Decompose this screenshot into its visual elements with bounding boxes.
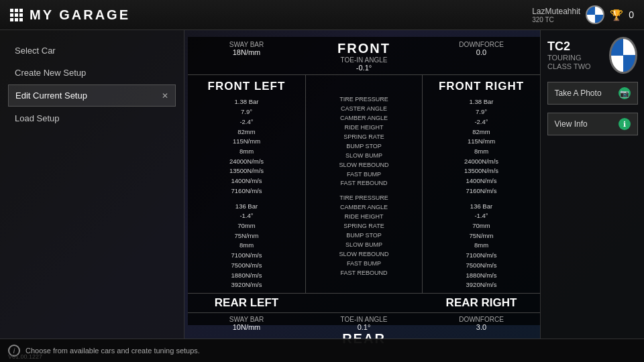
rear-center-label-4: BUMP STOP — [307, 231, 421, 241]
front-right-title: FRONT RIGHT — [424, 78, 539, 95]
front-title: FRONT — [305, 41, 423, 56]
fr-stat-4: 115N/mm — [424, 137, 539, 147]
center-labels-col: TIRE PRESSURE CASTER ANGLE CAMBER ANGLE … — [305, 75, 423, 293]
rear-toe-label: TOE-IN ANGLE — [305, 316, 423, 323]
rl-stat-5: 7100N/m/s — [189, 251, 304, 261]
fr-stat-5: 8mm — [424, 147, 539, 157]
rear-toe-value: 0.1° — [305, 323, 423, 331]
fl-stat-4: 115N/mm — [189, 137, 304, 147]
rl-stat-3: 75N/mm — [189, 231, 304, 241]
rear-center-label-7: FAST BUMP — [307, 259, 421, 269]
version-label: V01.00.1227 — [8, 353, 42, 360]
rr-stat-5: 7100N/m/s — [424, 251, 539, 261]
fl-stat-7: 13500N/m/s — [189, 166, 304, 176]
setup-main: SWAY BAR 18N/mm FRONT TOE-IN ANGLE -0.1°… — [188, 37, 540, 325]
front-right-col: FRONT RIGHT 1.38 Bar 7.9° -2.4° 82mm 115… — [423, 75, 540, 293]
setup-panel: SWAY BAR 18N/mm FRONT TOE-IN ANGLE -0.1°… — [188, 37, 540, 325]
user-info: LazMuteahhit 320 TC — [532, 7, 580, 23]
center-label-6: SLOW BUMP — [307, 152, 421, 161]
score: 0 — [629, 9, 634, 20]
sidebar-item-load-setup[interactable]: Load Setup — [8, 108, 176, 129]
fr-stat-0: 1.38 Bar — [424, 97, 539, 107]
rr-stat-4: 8mm — [424, 241, 539, 251]
rr-stat-6: 7500N/m/s — [424, 261, 539, 271]
fl-stat-2: -2.4° — [189, 117, 304, 127]
center-label-3: RIDE HEIGHT — [307, 123, 421, 133]
take-photo-label: Take A Photo — [555, 88, 602, 98]
front-downforce: DOWNFORCE 0.0 — [423, 41, 540, 72]
fl-stat-5: 8mm — [189, 147, 304, 157]
middle-section: FRONT LEFT 1.38 Bar 7.9° -2.4° 82mm 115N… — [188, 75, 540, 293]
fr-stat-7: 13500N/m/s — [424, 166, 539, 176]
center-label-5: BUMP STOP — [307, 142, 421, 152]
rear-center-label-8: FAST REBOUND — [307, 269, 421, 278]
tc2-badge: TC2 TOURING CLASS TWO — [547, 37, 637, 74]
sidebar: Select Car Create New Setup Edit Current… — [0, 30, 184, 339]
rear-downforce-value: 3.0 — [423, 323, 540, 331]
fr-stat-8: 1400N/m/s — [424, 176, 539, 186]
front-toe-label: TOE-IN ANGLE — [305, 56, 423, 64]
fl-stat-1: 7.9° — [189, 107, 304, 117]
fl-stat-8: 1400N/m/s — [189, 176, 304, 186]
rear-center-label-5: SLOW BUMP — [307, 241, 421, 250]
rear-center-label-3: SPRING RATE — [307, 222, 421, 231]
sidebar-item-edit-setup[interactable]: Edit Current Setup ✕ — [8, 84, 176, 107]
rr-stat-1: -1.4° — [424, 211, 539, 221]
header-right: LazMuteahhit 320 TC 🏆 0 — [532, 5, 634, 24]
rear-downforce-label: DOWNFORCE — [423, 316, 540, 323]
center-label-2: CAMBER ANGLE — [307, 114, 421, 123]
bottom-bar: i Choose from available cars and create … — [0, 339, 644, 362]
take-photo-button[interactable]: Take A Photo 📷 — [547, 82, 638, 105]
sidebar-item-select-car[interactable]: Select Car — [8, 40, 176, 61]
rear-center-label-1: CAMBER ANGLE — [307, 203, 421, 213]
fl-stat-9: 7160N/m/s — [189, 186, 304, 196]
bmw-logo-header — [586, 5, 604, 24]
rr-stat-7: 1880N/m/s — [424, 271, 539, 281]
fl-stat-6: 24000N/m/s — [189, 157, 304, 167]
view-info-label: View Info — [555, 119, 588, 129]
center-label-9: FAST REBOUND — [307, 179, 421, 188]
fr-stat-6: 24000N/m/s — [424, 157, 539, 167]
front-sway-bar: SWAY BAR 18N/mm — [188, 41, 305, 72]
rear-center-label-2: RIDE HEIGHT — [307, 213, 421, 222]
center-label-0: TIRE PRESSURE — [307, 95, 421, 105]
page-title: MY GARAGE — [30, 7, 130, 23]
fl-stat-0: 1.38 Bar — [189, 97, 304, 107]
fr-stat-9: 7160N/m/s — [424, 186, 539, 196]
front-left-title: FRONT LEFT — [189, 78, 304, 95]
rr-stat-0: 136 Bar — [424, 202, 539, 212]
tc2-label: TOURING CLASS TWO — [547, 54, 605, 71]
rear-sway-label: SWAY BAR — [188, 316, 305, 323]
front-sway-label: SWAY BAR — [188, 41, 305, 48]
info-circle-icon: ℹ — [619, 118, 631, 130]
bottom-info-text: Choose from available cars and create tu… — [25, 347, 200, 355]
trophy-icon: 🏆 — [610, 9, 623, 21]
rr-stat-8: 3920N/m/s — [424, 280, 539, 290]
rr-stat-2: 70mm — [424, 221, 539, 231]
rear-right-title: REAR RIGHT — [423, 296, 540, 310]
username: LazMuteahhit — [532, 7, 580, 16]
tc2-short: TC2 — [547, 40, 605, 54]
fr-stat-1: 7.9° — [424, 107, 539, 117]
rear-sway-value: 10N/mm — [188, 323, 305, 331]
front-header-row: SWAY BAR 18N/mm FRONT TOE-IN ANGLE -0.1°… — [188, 37, 540, 75]
rl-stat-4: 8mm — [189, 241, 304, 251]
view-info-button[interactable]: View Info ℹ — [547, 113, 638, 135]
rl-stat-0: 136 Bar — [189, 202, 304, 212]
rl-stat-1: -1.4° — [189, 211, 304, 221]
sidebar-item-create-setup[interactable]: Create New Setup — [8, 62, 176, 83]
center-label-8: FAST BUMP — [307, 170, 421, 180]
rl-stat-7: 1880N/m/s — [189, 271, 304, 281]
fl-stat-3: 82mm — [189, 127, 304, 137]
bmw-logo-large — [609, 37, 637, 74]
rl-stat-8: 3920N/m/s — [189, 280, 304, 290]
tc2-info: TC2 TOURING CLASS TWO — [547, 40, 605, 71]
center-label-4: SPRING RATE — [307, 133, 421, 142]
close-icon[interactable]: ✕ — [162, 91, 168, 101]
front-sway-value: 18N/mm — [188, 48, 305, 56]
right-panel: TC2 TOURING CLASS TWO Take A Photo 📷 Vie… — [540, 30, 644, 339]
fr-stat-2: -2.4° — [424, 117, 539, 127]
center-label-7: SLOW REBOUND — [307, 161, 421, 170]
fr-stat-3: 82mm — [424, 127, 539, 137]
front-downforce-value: 0.0 — [423, 48, 540, 56]
